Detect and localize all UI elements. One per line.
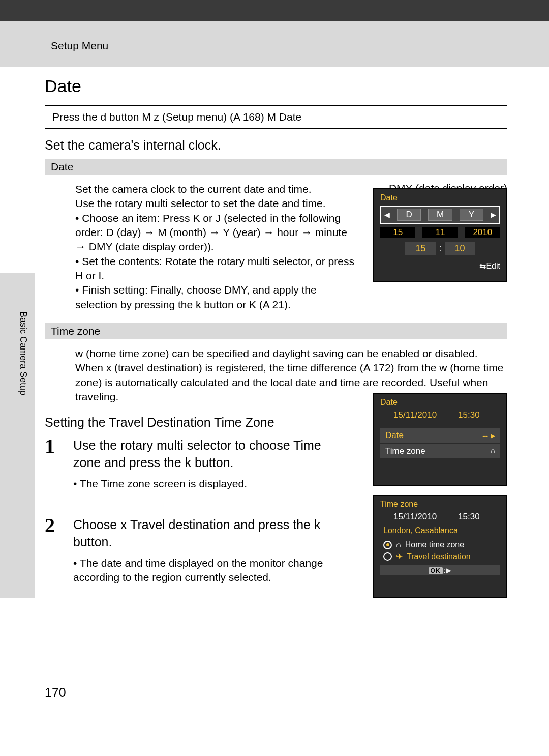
page-title: Date — [45, 76, 507, 96]
radio-home-icon — [383, 541, 392, 549]
lcd3-title: Time zone — [380, 500, 500, 509]
plane-icon: ✈ — [396, 551, 403, 561]
page-number: 170 — [45, 685, 66, 700]
lcd1-year: 2010 — [465, 227, 500, 238]
lcd3-date: 15/11/2010 — [393, 512, 437, 522]
dash-icon: -- ▸ — [482, 430, 495, 441]
lcd1-day: 15 — [380, 227, 415, 238]
breadcrumb: Setup Menu — [51, 40, 108, 52]
lcd1-Y: Y — [460, 209, 483, 221]
lead-text: Set the camera's internal clock. — [45, 138, 507, 153]
lcd1-edit: Edit — [486, 261, 500, 270]
step-2-title: Choose x Travel destination and press th… — [73, 517, 320, 549]
lcd3-opt2: Travel destination — [407, 552, 471, 561]
edit-arrows-icon: ⇆ — [479, 261, 486, 271]
home-glyph-icon: ⌂ — [396, 540, 401, 549]
lcd1-minute: 10 — [445, 242, 475, 255]
home-icon: ⌂ — [491, 446, 495, 456]
side-tab — [0, 273, 35, 598]
header-light-bar: Setup Menu — [0, 21, 549, 67]
section-date-heading: Date — [45, 159, 507, 175]
lcd3-ok-bar: OK:▶ — [380, 565, 500, 575]
lcd3-opt1: Home time zone — [405, 540, 465, 549]
lcd2-item-tz: Time zone — [385, 446, 425, 456]
lcd1-dmy-row: ◀ D M Y ▶ — [380, 206, 500, 224]
colon: : — [436, 243, 444, 253]
left-arrow-icon: ◀ — [384, 211, 390, 219]
lcd-menu-screen: Date 15/11/2010 15:30 Date -- ▸ Time zon… — [373, 393, 507, 486]
step-2-num: 2 — [45, 513, 55, 537]
lcd1-month: 11 — [422, 227, 458, 238]
lcd1-M: M — [428, 209, 452, 221]
date-body-text: Set the camera clock to the current date… — [75, 182, 360, 312]
lcd3-time: 15:30 — [458, 512, 480, 522]
lcd2-title: Date — [380, 398, 500, 407]
lcd-date-screen: Date ◀ D M Y ▶ 15 11 2010 15:10 ⇆Edit — [373, 188, 507, 282]
lcd2-item-date: Date — [385, 430, 404, 441]
radio-travel-icon — [383, 552, 392, 561]
header-dark-bar — [0, 0, 549, 21]
lcd2-time: 15:30 — [458, 410, 480, 420]
ok-badge: OK — [429, 567, 443, 574]
step-2-note: • The date and time displayed on the mon… — [73, 556, 338, 585]
lcd2-date: 15/11/2010 — [393, 410, 437, 420]
step-1-title: Use the rotary multi selector to choose … — [73, 438, 321, 470]
lcd-timezone-screen: Time zone 15/11/2010 15:30 London, Casab… — [373, 495, 507, 598]
right-arrow-icon: ▶ — [491, 211, 496, 219]
step-1-num: 1 — [45, 434, 55, 458]
lcd1-hour: 15 — [405, 242, 436, 255]
confirm-arrow-icon: :▶ — [444, 566, 452, 574]
side-tab-label: Basic Camera Setup — [18, 311, 28, 395]
lcd1-title: Date — [380, 193, 500, 202]
section-tz-heading: Time zone — [45, 323, 507, 339]
nav-path-box: Press the d button M z (Setup menu) (A 1… — [45, 105, 507, 129]
lcd3-region: London, Casablanca — [380, 526, 500, 535]
step-1-note: • The Time zone screen is displayed. — [73, 477, 338, 491]
lcd1-D: D — [397, 209, 421, 221]
